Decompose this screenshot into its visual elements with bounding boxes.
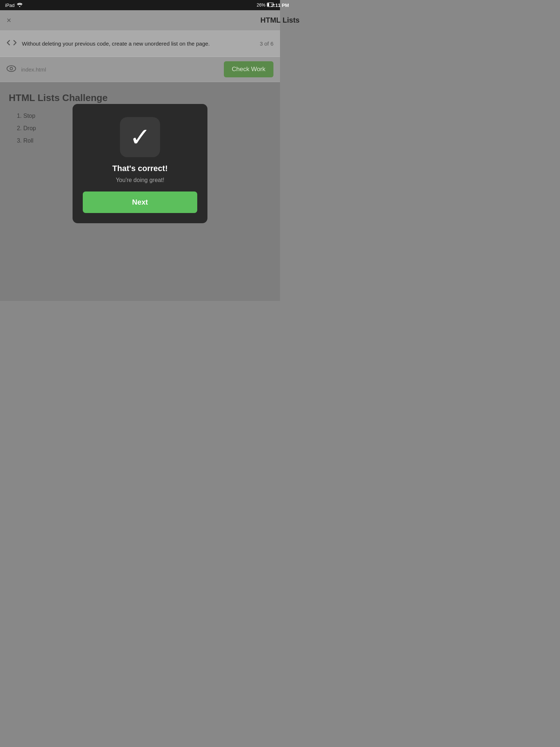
next-button[interactable]: Next	[83, 191, 197, 213]
instruction-bar: Without deleting your previous code, cre…	[0, 31, 280, 57]
nav-left: ×	[7, 16, 11, 25]
eye-icon	[7, 65, 16, 74]
file-bar: index.html Check Work	[0, 57, 280, 82]
main-content: Without deleting your previous code, cre…	[0, 31, 280, 301]
status-bar: iPad 2:11 PM 26%	[0, 0, 280, 10]
nav-title: HTML Lists	[260, 16, 280, 24]
file-label: index.html	[21, 66, 219, 73]
instruction-counter: 3 of 6	[260, 40, 273, 47]
svg-point-0	[19, 6, 20, 7]
status-bar-time: 2:11 PM	[271, 3, 280, 8]
modal-subtitle: You're doing great!	[116, 177, 164, 183]
nav-bar: × HTML Lists ◀ ▶	[0, 10, 280, 31]
battery-percent: 26%	[257, 3, 265, 8]
svg-rect-2	[268, 3, 269, 6]
status-bar-left: iPad	[5, 3, 23, 8]
challenge-area: HTML Lists Challenge Stop Drop Roll ✓ Th…	[0, 82, 280, 301]
wifi-icon	[17, 3, 23, 8]
instruction-text: Without deleting your previous code, cre…	[22, 40, 254, 47]
svg-point-4	[10, 67, 13, 70]
check-work-button[interactable]: Check Work	[224, 61, 273, 77]
svg-point-3	[7, 66, 16, 71]
success-modal: ✓ That's correct! You're doing great! Ne…	[73, 104, 207, 223]
code-icon	[7, 39, 17, 48]
close-button[interactable]: ×	[7, 16, 11, 25]
checkmark-container: ✓	[120, 117, 160, 157]
correct-text: That's correct!	[112, 164, 168, 173]
modal-overlay: ✓ That's correct! You're doing great! Ne…	[0, 82, 280, 301]
checkmark-icon: ✓	[129, 124, 151, 150]
device-label: iPad	[5, 3, 15, 8]
